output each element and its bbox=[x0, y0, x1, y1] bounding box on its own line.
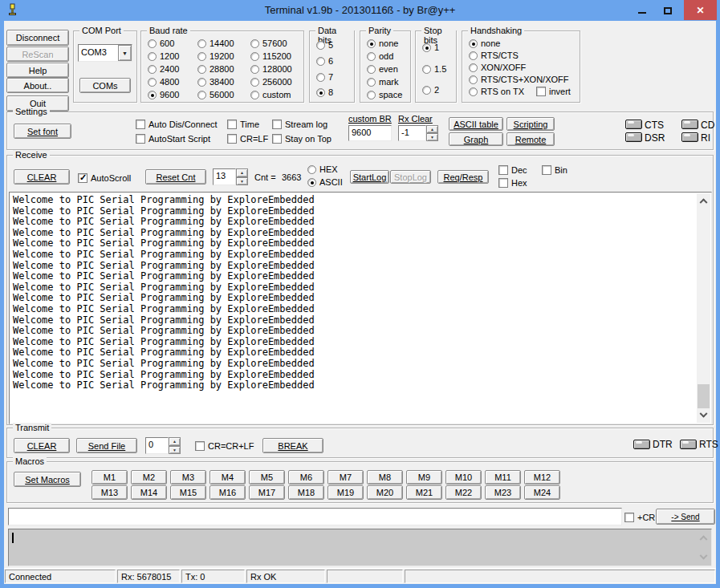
send-file-button[interactable]: Send File bbox=[76, 438, 137, 453]
baud-option-256000[interactable]: 256000 bbox=[250, 76, 292, 87]
macro-button-m7[interactable]: M7 bbox=[327, 470, 364, 485]
bin-checkbox[interactable]: Bin bbox=[542, 164, 567, 176]
dtr-led[interactable] bbox=[633, 440, 650, 449]
disconnect-button[interactable]: Disconnect bbox=[6, 30, 69, 46]
scroll-up-button[interactable] bbox=[697, 530, 710, 544]
databits-option-8[interactable]: 8 bbox=[316, 87, 333, 98]
macro-button-m19[interactable]: M19 bbox=[327, 485, 364, 500]
spin-down-icon[interactable]: ▼ bbox=[169, 446, 181, 455]
macro-button-m4[interactable]: M4 bbox=[209, 470, 246, 485]
set-font-button[interactable]: Set font bbox=[14, 124, 71, 139]
stoplog-button[interactable]: StopLog bbox=[390, 170, 431, 184]
scripting-button[interactable]: Scripting bbox=[506, 117, 555, 131]
baud-option-9600[interactable]: 9600 bbox=[148, 89, 179, 100]
invert-checkbox[interactable]: invert bbox=[536, 86, 571, 97]
close-button[interactable]: ✕ bbox=[684, 0, 717, 20]
baud-option-600[interactable]: 600 bbox=[148, 38, 174, 49]
macro-button-m23[interactable]: M23 bbox=[485, 485, 521, 500]
dec-checkbox[interactable]: Dec bbox=[498, 164, 527, 176]
combo-arrow-icon[interactable]: ▼ bbox=[118, 45, 132, 61]
databits-option-7[interactable]: 7 bbox=[316, 71, 333, 83]
macro-button-m14[interactable]: M14 bbox=[131, 485, 167, 500]
macro-button-m6[interactable]: M6 bbox=[288, 470, 324, 485]
parity-option-none[interactable]: none bbox=[367, 38, 398, 49]
macro-button-m24[interactable]: M24 bbox=[524, 485, 560, 500]
macro-button-m3[interactable]: M3 bbox=[170, 470, 206, 485]
receive-scrollbar[interactable] bbox=[697, 193, 710, 423]
rx-clear-value[interactable]: -1 bbox=[398, 125, 426, 141]
rts-led[interactable] bbox=[680, 440, 697, 449]
help-button[interactable]: Help bbox=[6, 63, 69, 78]
macro-button-m18[interactable]: M18 bbox=[288, 485, 324, 500]
parity-option-mark[interactable]: mark bbox=[367, 76, 398, 87]
databits-option-6[interactable]: 6 bbox=[316, 55, 333, 67]
stopbits-option-2[interactable]: 2 bbox=[422, 84, 439, 95]
spin-down-icon[interactable]: ▼ bbox=[426, 133, 438, 141]
hex-mode-radio[interactable]: HEX bbox=[307, 164, 338, 175]
baud-option-38400[interactable]: 38400 bbox=[197, 76, 234, 87]
handshake-option-xonxoff[interactable]: XON/XOFF bbox=[469, 62, 526, 73]
remote-button[interactable]: Remote bbox=[506, 132, 555, 146]
parity-option-space[interactable]: space bbox=[367, 89, 402, 100]
macro-button-m10[interactable]: M10 bbox=[445, 470, 482, 485]
graph-button[interactable]: Graph bbox=[449, 132, 503, 146]
com-port-combo[interactable]: COM3 ▼ bbox=[78, 44, 132, 62]
send-button[interactable]: -> Send bbox=[656, 509, 715, 525]
macro-button-m8[interactable]: M8 bbox=[367, 470, 403, 485]
macro-button-m17[interactable]: M17 bbox=[249, 485, 285, 500]
baud-option-128000[interactable]: 128000 bbox=[250, 63, 292, 75]
stay-on-top-checkbox[interactable]: Stay on Top bbox=[272, 133, 332, 144]
set-macros-button[interactable]: Set Macros bbox=[14, 472, 81, 487]
baud-option-14400[interactable]: 14400 bbox=[197, 38, 234, 49]
handshake-option-rtscts-xonxoff[interactable]: RTS/CTS+XON/XOFF bbox=[469, 74, 569, 85]
spin-up-icon[interactable]: ▲ bbox=[169, 437, 181, 446]
spin-down-icon[interactable]: ▼ bbox=[236, 177, 248, 186]
cr-lf-checkbox[interactable]: CR=LF bbox=[227, 133, 268, 144]
receive-terminal-output[interactable]: Welcome to PIC Serial Programming by Exp… bbox=[9, 192, 712, 424]
send-input[interactable] bbox=[8, 508, 622, 525]
baud-option-1200[interactable]: 1200 bbox=[148, 51, 179, 62]
reset-cnt-button[interactable]: Reset Cnt bbox=[145, 169, 206, 185]
titlebar[interactable]: Terminal v1.9b - 20130116ß - by Br@y++ ✕ bbox=[0, 0, 720, 21]
parity-option-odd[interactable]: odd bbox=[367, 51, 393, 62]
spin-up-icon[interactable]: ▲ bbox=[236, 168, 248, 177]
stopbits-option-1[interactable]: 1 bbox=[422, 42, 439, 53]
rescan-button[interactable]: ReScan bbox=[6, 47, 69, 62]
transmit-spinner-value[interactable]: 0 bbox=[145, 437, 169, 454]
baud-option-19200[interactable]: 19200 bbox=[197, 51, 234, 62]
databits-option-5[interactable]: 5 bbox=[316, 39, 333, 51]
autostart-script-checkbox[interactable]: AutoStart Script bbox=[136, 133, 210, 144]
custom-br-field[interactable]: 9600 bbox=[348, 125, 392, 141]
baud-option-57600[interactable]: 57600 bbox=[250, 38, 287, 49]
spin-up-icon[interactable]: ▲ bbox=[426, 125, 438, 133]
parity-option-even[interactable]: even bbox=[367, 63, 398, 75]
baud-option-2400[interactable]: 2400 bbox=[148, 63, 179, 75]
transmit-clear-button[interactable]: CLEAR bbox=[14, 438, 70, 453]
handshake-option-rts-on-tx[interactable]: RTS on TX bbox=[469, 86, 524, 97]
handshake-option-rtscts[interactable]: RTS/CTS bbox=[469, 50, 519, 61]
transmit-spinner[interactable]: 0 ▲▼ bbox=[145, 437, 181, 454]
baud-option-56000[interactable]: 56000 bbox=[197, 89, 234, 100]
autoscroll-checkbox[interactable]: AutoScroll bbox=[78, 172, 131, 184]
stopbits-option-1-5[interactable]: 1.5 bbox=[422, 63, 446, 75]
macro-button-m2[interactable]: M2 bbox=[131, 470, 167, 485]
rx-clear-spinner[interactable]: -1 ▲▼ bbox=[398, 125, 438, 141]
macro-button-m15[interactable]: M15 bbox=[170, 485, 206, 500]
receive-clear-button[interactable]: CLEAR bbox=[14, 169, 70, 185]
cr-crlf-checkbox[interactable]: CR=CR+LF bbox=[195, 440, 254, 452]
macro-button-m21[interactable]: M21 bbox=[406, 485, 442, 500]
macro-button-m9[interactable]: M9 bbox=[406, 470, 442, 485]
coms-button[interactable]: COMs bbox=[79, 78, 131, 93]
req-resp-button[interactable]: Req/Resp bbox=[437, 170, 489, 184]
macro-button-m1[interactable]: M1 bbox=[92, 470, 128, 485]
handshake-option-none[interactable]: none bbox=[469, 38, 500, 49]
cnt-spinner[interactable]: 13 ▲▼ bbox=[213, 168, 248, 185]
stream-log-checkbox[interactable]: Stream log bbox=[272, 119, 327, 130]
multiline-scrollbar[interactable] bbox=[697, 530, 710, 565]
maximize-button[interactable] bbox=[657, 0, 679, 21]
minimize-button[interactable] bbox=[631, 0, 653, 21]
hex-checkbox[interactable]: Hex bbox=[498, 177, 527, 189]
scroll-down-button[interactable] bbox=[697, 551, 710, 565]
ascii-mode-radio[interactable]: ASCII bbox=[307, 176, 343, 188]
macro-button-m11[interactable]: M11 bbox=[485, 470, 521, 485]
